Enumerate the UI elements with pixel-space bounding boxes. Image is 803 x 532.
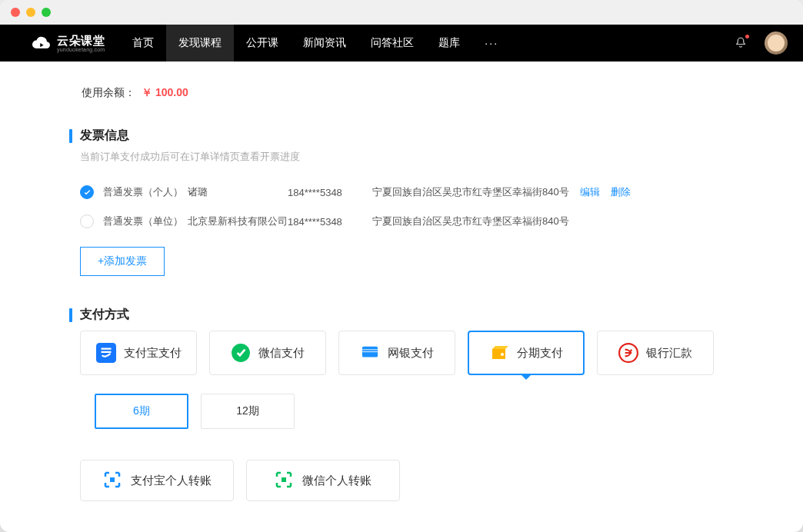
invoice-row-company[interactable]: 普通发票（单位） 北京昱新科技有限公司 184****5348 宁夏回族自治区吴… xyxy=(69,207,734,236)
nav-menu: 首页 发现课程 公开课 新闻资讯 问答社区 题库 ··· xyxy=(120,25,511,62)
alipay-icon xyxy=(96,343,116,363)
svg-rect-4 xyxy=(362,350,378,351)
add-invoice-button[interactable]: +添加发票 xyxy=(80,247,165,276)
user-avatar[interactable] xyxy=(765,32,788,55)
svg-rect-7 xyxy=(110,477,115,482)
installment-icon xyxy=(489,343,509,363)
invoice-type: 普通发票（单位） xyxy=(103,214,188,228)
transfer-alipay-personal[interactable]: 支付宝个人转账 xyxy=(80,460,234,501)
transfer-wechat-personal[interactable]: 微信个人转账 xyxy=(246,460,400,501)
top-navbar: 云朵课堂 yunduoketang.com 首页 发现课程 公开课 新闻资讯 问… xyxy=(0,25,803,62)
nav-open-class[interactable]: 公开课 xyxy=(234,25,291,62)
notification-dot-icon xyxy=(745,35,749,38)
notifications-bell-icon[interactable] xyxy=(734,36,748,50)
pay-option-wechat[interactable]: 微信支付 xyxy=(209,331,326,375)
brand-domain: yunduoketang.com xyxy=(57,47,105,52)
term-6[interactable]: 6期 xyxy=(95,394,188,429)
invoice-name: 北京昱新科技有限公司 xyxy=(188,214,288,228)
nav-news[interactable]: 新闻资讯 xyxy=(291,25,358,62)
pay-label: 分期支付 xyxy=(517,346,563,361)
pay-label: 银行汇款 xyxy=(646,346,692,361)
wechat-icon xyxy=(231,343,251,363)
invoice-delete-link[interactable]: 删除 xyxy=(611,186,631,198)
main-content: 使用余额： ￥ 100.00 发票信息 当前订单支付成功后可在订单详情页查看开票… xyxy=(0,62,803,532)
svg-point-5 xyxy=(501,353,504,356)
balance-label: 使用余额： xyxy=(82,86,135,100)
invoice-actions: 编辑 删除 xyxy=(572,185,631,199)
unionpay-icon xyxy=(360,343,380,363)
term-12[interactable]: 12期 xyxy=(201,394,295,429)
bankwire-icon xyxy=(618,343,638,363)
personal-transfer-row: 支付宝个人转账 微信个人转账 xyxy=(80,460,734,501)
brand-logo[interactable]: 云朵课堂 yunduoketang.com xyxy=(31,35,105,52)
invoice-addr: 宁夏回族自治区吴忠市红寺堡区幸福街840号 xyxy=(372,214,572,228)
payment-section-title: 支付方式 xyxy=(69,307,734,323)
pay-label: 支付宝支付 xyxy=(124,346,182,361)
invoice-section-title: 发票信息 xyxy=(69,128,734,144)
pay-option-bankwire[interactable]: 银行汇款 xyxy=(597,331,714,375)
balance-row: 使用余额： ￥ 100.00 xyxy=(69,77,734,115)
scan-green-icon xyxy=(275,470,293,491)
invoice-title-text: 发票信息 xyxy=(80,128,129,144)
invoice-addr: 宁夏回族自治区吴忠市红寺堡区幸福街840号 xyxy=(372,185,572,199)
maximize-window-button[interactable] xyxy=(42,8,51,17)
scan-blue-icon xyxy=(103,470,122,491)
window-titlebar xyxy=(0,0,803,25)
section-bar-icon xyxy=(69,308,72,322)
section-bar-icon xyxy=(69,129,72,143)
invoice-radio-unselected[interactable] xyxy=(80,214,94,228)
invoice-edit-link[interactable]: 编辑 xyxy=(580,186,600,198)
pay-label: 网银支付 xyxy=(388,346,434,361)
minimize-window-button[interactable] xyxy=(26,8,35,17)
nav-qa[interactable]: 问答社区 xyxy=(358,25,426,62)
pay-label: 微信支付 xyxy=(258,346,305,361)
pay-option-unionpay[interactable]: 网银支付 xyxy=(338,331,455,375)
invoice-phone: 184****5348 xyxy=(288,216,372,228)
close-window-button[interactable] xyxy=(11,8,20,17)
transfer-label: 微信个人转账 xyxy=(302,474,372,488)
transfer-label: 支付宝个人转账 xyxy=(131,474,212,488)
nav-more-icon[interactable]: ··· xyxy=(472,25,511,62)
cloud-logo-icon xyxy=(31,35,52,52)
invoice-phone: 184****5348 xyxy=(288,187,372,198)
payment-title-text: 支付方式 xyxy=(80,307,129,323)
payment-options-grid: 支付宝支付 微信支付 网银支付 分期支付 xyxy=(80,331,734,375)
invoice-row-personal[interactable]: 普通发票（个人） 诸璐 184****5348 宁夏回族自治区吴忠市红寺堡区幸福… xyxy=(69,178,734,207)
installment-terms: 6期 12期 xyxy=(95,394,734,429)
nav-home[interactable]: 首页 xyxy=(120,25,166,62)
nav-discover-courses[interactable]: 发现课程 xyxy=(166,25,234,62)
invoice-name: 诸璐 xyxy=(188,185,288,199)
pay-option-installment[interactable]: 分期支付 xyxy=(468,331,585,375)
invoice-subtitle: 当前订单支付成功后可在订单详情页查看开票进度 xyxy=(80,150,734,164)
svg-rect-8 xyxy=(282,477,286,482)
invoice-radio-selected[interactable] xyxy=(80,185,94,199)
balance-amount: ￥ 100.00 xyxy=(142,86,188,100)
brand-name: 云朵课堂 xyxy=(57,35,105,46)
app-window: 云朵课堂 yunduoketang.com 首页 发现课程 公开课 新闻资讯 问… xyxy=(0,0,803,532)
invoice-type: 普通发票（个人） xyxy=(103,185,188,199)
nav-question-bank[interactable]: 题库 xyxy=(426,25,472,62)
pay-option-alipay[interactable]: 支付宝支付 xyxy=(80,331,197,375)
